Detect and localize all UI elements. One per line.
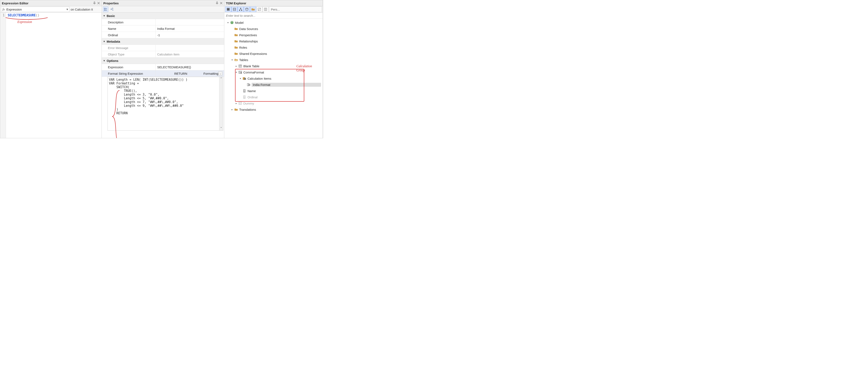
tree-node-dummy[interactable]: ▸ Dummy (224, 100, 323, 106)
calculation-items-icon (243, 76, 246, 80)
property-value: Calculation Item (156, 51, 224, 57)
format-string-expression-editor[interactable]: VAR Length = LEN( INT(SELECTEDMEASURE())… (107, 77, 223, 131)
tree-node-name-column[interactable]: Name (224, 88, 323, 94)
alphabetical-view-button[interactable] (110, 7, 115, 12)
tree-node-relationships[interactable]: Relationships (224, 38, 323, 44)
svg-text:fx: fx (240, 64, 241, 66)
tree-label: India Format (252, 83, 321, 87)
tree-node-datasources[interactable]: Data Sources (224, 26, 323, 32)
filter-all-types-button[interactable] (262, 7, 269, 12)
pin-icon[interactable] (93, 1, 96, 5)
categorized-view-button[interactable] (103, 7, 108, 12)
table-fx-icon: fx (238, 64, 242, 68)
fx-icon: fx (1, 8, 6, 11)
tom-tree[interactable]: ▾ Model Data Sources Perspectives Relati… (224, 19, 323, 113)
code-content[interactable]: SELECTEDMEASURE() Expression (6, 12, 101, 138)
svg-rect-0 (104, 8, 105, 9)
chevron-down-icon[interactable]: ▾ (102, 14, 107, 17)
expression-combo-text: Expression (6, 8, 65, 11)
tree-node-translations[interactable]: ▸ Translations (224, 106, 323, 112)
tree-node-perspectives[interactable]: Perspectives (224, 32, 323, 38)
chevron-right-icon[interactable]: ▸ (230, 108, 234, 111)
multiline-text[interactable]: VAR Length = LEN( INT(SELECTEDMEASURE())… (108, 77, 219, 130)
tree-label: Data Sources (239, 27, 321, 31)
line-number: 1 (0, 13, 5, 17)
chevron-down-icon[interactable]: ▾ (102, 59, 107, 62)
svg-rect-6 (240, 8, 241, 9)
search-input[interactable] (224, 12, 323, 19)
tree-node-shared-expressions[interactable]: Shared Expressions (224, 51, 323, 57)
tree-label: Model (235, 21, 321, 25)
property-category-basic[interactable]: ▾ Basic (102, 12, 224, 19)
svg-rect-3 (227, 8, 228, 10)
perspective-dropdown[interactable]: Pers... (269, 6, 322, 12)
tree-label: Blank Table (243, 64, 321, 68)
chevron-down-icon[interactable]: ▾ (235, 71, 238, 74)
chevron-right-icon[interactable]: ▸ (235, 65, 238, 67)
expression-type-combo[interactable]: fx Expression ▾ (1, 7, 69, 12)
property-value[interactable] (156, 19, 224, 25)
property-row-error-message: Error Message (102, 45, 224, 51)
tree-node-tables[interactable]: ▾ Tables (224, 57, 323, 63)
scroll-down-icon[interactable]: ˅ (219, 127, 223, 130)
tree-node-calculation-items[interactable]: ▾ Calculation Items (224, 75, 323, 81)
svg-rect-14 (241, 72, 242, 74)
property-value[interactable]: . RETURN Formatting ⌄ (156, 70, 224, 76)
tree-node-ordinal-column[interactable]: Ordinal (224, 94, 323, 100)
property-row-description[interactable]: Description (102, 19, 224, 26)
tree-label: Tables (239, 58, 321, 62)
close-icon[interactable] (97, 1, 100, 5)
tree-node-india-format[interactable]: India Format (224, 81, 323, 88)
property-category-metadata[interactable]: ▾ Metadata (102, 38, 224, 45)
property-value[interactable]: -1 (156, 32, 224, 38)
filter-measures-button[interactable] (225, 7, 231, 12)
svg-rect-10 (264, 8, 267, 10)
filter-folders-button[interactable] (250, 7, 256, 12)
tree-node-model[interactable]: ▾ Model (224, 20, 323, 26)
model-icon (230, 21, 234, 25)
property-row-object-type: Object Type Calculation Item (102, 51, 224, 58)
expression-code-area[interactable]: 1 SELECTEDMEASURE() Expression (0, 12, 101, 138)
pin-icon[interactable] (215, 1, 219, 5)
svg-rect-1 (104, 10, 105, 10)
fse-mid: RETURN (174, 72, 187, 75)
chevron-down-icon[interactable]: ▾ (230, 59, 234, 61)
annotation-expression: Expression (18, 20, 32, 24)
filter-columns-button[interactable] (231, 7, 238, 12)
property-category-options[interactable]: ▾ Options (102, 58, 224, 64)
dropdown-caret-icon[interactable]: ⌄ (218, 71, 222, 75)
chevron-down-icon[interactable]: ▾ (65, 7, 69, 11)
close-icon[interactable] (220, 1, 223, 5)
filter-partitions-button[interactable] (244, 7, 250, 12)
chevron-right-icon[interactable]: ▸ (235, 102, 238, 105)
tom-search[interactable] (224, 12, 323, 19)
tree-node-blank-table[interactable]: ▸ fx Blank Table (224, 63, 323, 69)
svg-rect-18 (248, 84, 250, 86)
property-row-format-string-expression[interactable]: Format String Expression . RETURN Format… (102, 70, 224, 77)
property-value[interactable]: India Format (156, 26, 224, 32)
scrollbar[interactable]: ˄ ˅ (219, 77, 223, 130)
tree-node-commaformat[interactable]: ▾ CommaFormat (224, 69, 323, 75)
tree-node-roles[interactable]: Roles (224, 44, 323, 51)
folder-icon (234, 52, 238, 56)
tom-toolbar: Pers... (224, 6, 323, 12)
property-value[interactable]: SELECTEDMEASURE() (156, 64, 224, 70)
filter-hidden-button[interactable] (256, 7, 262, 12)
tree-label: Ordinal (248, 95, 321, 99)
scroll-track[interactable] (219, 81, 223, 127)
chevron-down-icon[interactable]: ▾ (239, 77, 242, 80)
property-row-expression[interactable]: Expression SELECTEDMEASURE() (102, 64, 224, 70)
app-root: Expression Editor fx Expression ▾ on Cal… (0, 0, 323, 138)
tree-label: Calculation Items (248, 77, 321, 80)
panel-title: Expression Editor (2, 1, 92, 5)
dax-function: SELECTEDMEASURE (8, 13, 36, 17)
property-row-name[interactable]: Name India Format (102, 26, 224, 32)
scroll-up-icon[interactable]: ˄ (219, 77, 223, 81)
chevron-down-icon[interactable]: ▾ (226, 21, 230, 24)
chevron-down-icon[interactable]: ▾ (102, 40, 107, 43)
category-label: Options (107, 59, 119, 63)
properties-toolbar (102, 6, 224, 12)
property-row-ordinal[interactable]: Ordinal -1 (102, 32, 224, 38)
filter-hierarchies-button[interactable] (238, 7, 244, 12)
svg-rect-4 (228, 8, 229, 10)
